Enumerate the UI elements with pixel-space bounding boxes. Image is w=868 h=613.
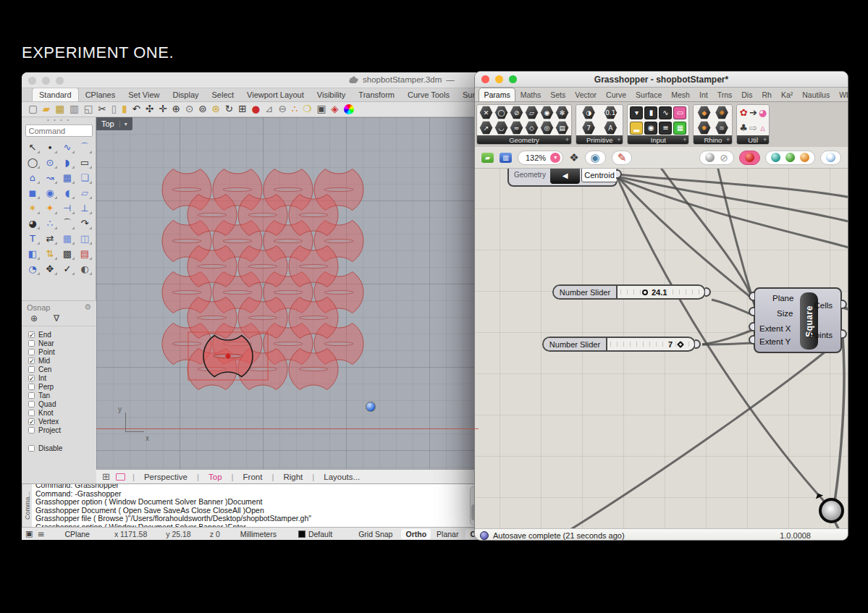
viewport-tab[interactable]: Right [277, 473, 309, 481]
viewport-layout-icon[interactable]: ⊞ [238, 104, 246, 114]
expand-icon[interactable]: + [617, 136, 620, 143]
box-icon[interactable]: ◼ [24, 185, 41, 200]
rhino-menu-tab[interactable]: Standard [32, 88, 79, 101]
size-input-nub[interactable] [749, 307, 754, 316]
save-icon[interactable]: ▦ [55, 104, 64, 114]
checkbox[interactable] [28, 349, 35, 355]
checkbox[interactable] [28, 410, 35, 416]
select-icon[interactable]: ↖ [24, 140, 41, 155]
grasshopper-tab[interactable]: Curve [602, 88, 631, 101]
component-hex-icon[interactable]: ◑ [582, 106, 596, 119]
component-hex-icon[interactable]: ◇ [525, 121, 539, 135]
cut-icon[interactable]: ✂ [98, 104, 106, 114]
floating-viewport-icon[interactable] [116, 473, 125, 481]
output-cells[interactable]: Cells [814, 301, 833, 310]
color-wheel-icon[interactable] [344, 104, 354, 114]
shaded-mode-icon[interactable]: ◈ [331, 104, 338, 114]
distance-icon[interactable]: ⊿ [265, 104, 273, 114]
checkbox[interactable] [28, 401, 35, 407]
rotate-icon[interactable]: ◔ [24, 261, 41, 276]
stamp-shape[interactable] [238, 195, 287, 236]
expand-icon[interactable]: + [726, 136, 730, 143]
point-icon[interactable]: ∙ [41, 140, 59, 155]
torus-icon[interactable]: ◖ [59, 185, 76, 200]
component-square-icon[interactable]: ◉ [644, 122, 657, 135]
shade-sphere-icon[interactable]: ◐ [76, 261, 93, 276]
grasshopper-tab[interactable]: Params [479, 88, 515, 101]
arc-icon[interactable]: ◗ [59, 155, 76, 170]
component-hex-icon[interactable]: ≋ [715, 121, 729, 135]
status-ortho[interactable]: Ortho [401, 529, 431, 539]
grasshopper-tab[interactable]: Nautilus [798, 88, 835, 101]
slider-track[interactable]: 24.1 [618, 286, 704, 298]
rhino-menu-tab[interactable]: Viewport Layout [240, 88, 311, 101]
close-icon[interactable] [28, 77, 36, 85]
rotate-view-icon[interactable]: ↻ [225, 104, 233, 114]
status-units[interactable]: Millimeters [240, 530, 277, 538]
fillet-icon[interactable]: ⌒ [59, 216, 76, 231]
component-square-icon[interactable]: ▮ [644, 106, 657, 119]
freeform-icon[interactable]: ↝ [41, 170, 59, 185]
zoom-window-icon[interactable] [56, 77, 64, 85]
stamp-shape[interactable] [289, 297, 338, 339]
close-icon[interactable] [481, 75, 489, 83]
sidebar-grip[interactable]: • • • • [22, 117, 96, 124]
patch-icon[interactable]: ▦ [59, 170, 76, 185]
boolean-icon[interactable]: ◕ [24, 216, 41, 231]
open-file-icon[interactable]: ▰ [481, 153, 494, 163]
grasshopper-canvas[interactable]: Geometry ◀ Centroid Number Slider 24.1 N… [475, 169, 848, 528]
points-on-icon[interactable]: ∴ [41, 216, 59, 231]
grasshopper-tab[interactable]: Surface [631, 88, 667, 101]
component-square-icon[interactable]: ▾ [630, 106, 643, 119]
viewport-tab[interactable]: Perspective [138, 473, 194, 481]
canvas-ball-widget[interactable] [819, 498, 844, 523]
grasshopper-tab[interactable]: Ka² [776, 88, 797, 101]
component-hex-icon[interactable]: ◆ [697, 106, 711, 119]
lightbulb-icon[interactable]: ❍ [303, 104, 311, 114]
stamp-shape[interactable] [289, 195, 338, 236]
stamp-shape[interactable] [187, 246, 237, 287]
layer-color-swatch[interactable] [298, 530, 306, 538]
move-copy-icon[interactable]: ⇄ [41, 231, 59, 246]
rhino-window-controls[interactable] [28, 77, 64, 85]
minimize-icon[interactable] [42, 77, 50, 85]
grasshopper-tab[interactable]: Mesh [667, 88, 695, 101]
component-icon[interactable]: ♣ [739, 122, 748, 133]
grasshopper-tab[interactable]: Dis [737, 88, 757, 101]
viewport-title-tab[interactable]: Top ▾ [96, 117, 132, 130]
expand-icon[interactable]: + [565, 136, 569, 143]
component-hex-icon[interactable]: ▤ [555, 121, 569, 135]
panel-toggle-icon[interactable]: ▣ [25, 529, 33, 538]
component-icon[interactable]: ▵ [760, 122, 765, 133]
blend-icon[interactable]: ↷ [76, 216, 93, 231]
osnap-tab-icon[interactable]: ⊕ [30, 313, 38, 324]
component-hex-icon[interactable]: ≈ [510, 121, 523, 135]
stamper-pattern[interactable] [96, 117, 479, 469]
checkbox[interactable]: ✓ [28, 331, 35, 338]
sphere-icon[interactable]: ◉ [41, 185, 59, 200]
curve-icon[interactable]: ⌒ [76, 140, 93, 155]
checkbox[interactable] [28, 392, 35, 399]
zoom-dropdown-icon[interactable]: ▾ [550, 153, 560, 163]
named-view-icon[interactable]: ● [251, 104, 260, 114]
polygon-icon[interactable]: ⌂ [24, 170, 41, 185]
grasshopper-tab[interactable]: Rh [757, 88, 776, 101]
status-planar[interactable]: Planar [437, 530, 458, 538]
slider-knob[interactable] [677, 341, 684, 348]
component-hex-icon[interactable]: ▱ [525, 106, 539, 119]
save-icon[interactable]: ▥ [500, 153, 512, 163]
component-icon[interactable]: ◕ [759, 107, 767, 118]
paste-icon[interactable]: ▮ [122, 104, 127, 114]
component-hex-icon[interactable]: ✹ [697, 121, 711, 135]
text-icon[interactable]: T [24, 231, 41, 246]
grasshopper-window-controls[interactable] [481, 75, 517, 83]
rhino-menu-tab[interactable]: Transform [352, 88, 401, 101]
point-cloud-icon[interactable]: ∴ [292, 104, 298, 114]
component-hex-icon[interactable]: ◯ [494, 106, 508, 119]
zoom-control[interactable]: 132% ▾ [518, 151, 563, 165]
component-hex-icon[interactable]: ⊘ [510, 106, 523, 119]
grid-array-icon[interactable]: ▩ [59, 246, 76, 261]
input-extent-x[interactable]: Extent X [759, 324, 791, 333]
component-hex-icon[interactable]: ◡ [494, 121, 508, 135]
zoom-selected-icon[interactable]: ⊛ [212, 104, 220, 114]
